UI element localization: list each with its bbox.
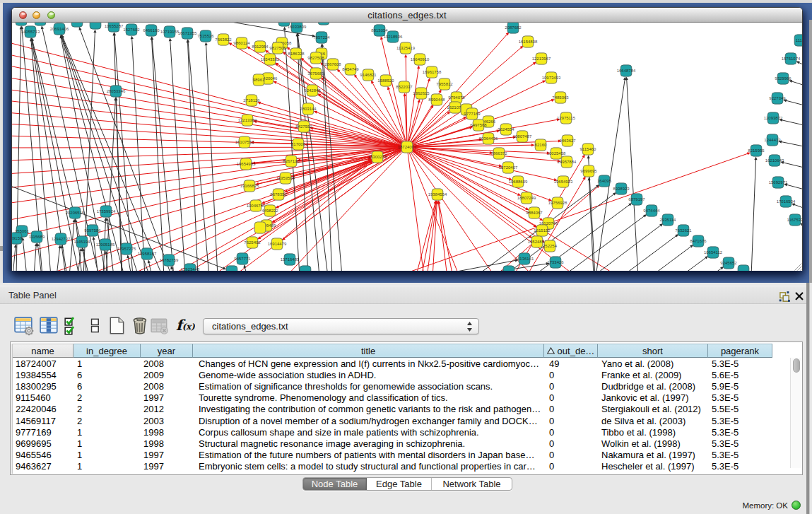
graph-edge[interactable] — [170, 266, 175, 271]
column-header-pagerank[interactable]: pagerank — [708, 344, 772, 358]
graph-node-yellow[interactable]: 252254 — [543, 240, 558, 252]
graph-node-teal[interactable] — [503, 266, 514, 271]
graph-node-yellow[interactable]: 9699695 — [580, 165, 597, 177]
citation-network-graph[interactable]: 1405571320691406106552871527602646616010… — [12, 23, 802, 271]
graph-node-yellow[interactable]: 62160 — [535, 139, 547, 151]
graph-node-teal[interactable] — [318, 23, 329, 25]
graph-node-teal[interactable]: 19218506 — [384, 31, 403, 42]
graph-node-teal[interactable]: 16033809 — [288, 23, 307, 33]
float-panel-icon[interactable] — [779, 291, 791, 303]
graph-node-yellow[interactable]: 19654923 — [554, 176, 573, 187]
graph-node-teal[interactable]: 16648784 — [617, 65, 636, 76]
table-row[interactable]: 1456911722003Disruption of a novel membe… — [11, 416, 790, 427]
graph-node-yellow[interactable]: 16640910 — [411, 54, 430, 65]
graph-node-teal[interactable]: 1527602 — [123, 24, 140, 35]
graph-edge[interactable] — [12, 147, 407, 188]
graph-node-teal[interactable]: 164095 — [597, 175, 612, 187]
new-document-icon[interactable] — [107, 316, 127, 336]
graph-node-teal[interactable]: 6466160 — [143, 25, 160, 36]
graph-edge[interactable] — [407, 147, 424, 271]
graph-node-teal[interactable]: 17016504 — [777, 196, 796, 207]
tab-network-table[interactable]: Network Table — [432, 478, 512, 490]
graph-node-yellow[interactable]: 9463627 — [559, 135, 576, 146]
graph-node-teal[interactable]: 1145194 — [74, 236, 91, 247]
graph-edge[interactable] — [257, 102, 401, 146]
graph-node-yellow[interactable]: 10807487 — [513, 131, 532, 142]
graph-node-teal[interactable]: 17359924 — [97, 206, 116, 217]
graph-node-teal[interactable]: 16782759 — [160, 255, 179, 266]
graph-node-yellow[interactable]: 317006 — [291, 139, 306, 150]
select-all-columns-icon[interactable] — [64, 316, 83, 336]
graph-edge[interactable] — [413, 147, 550, 154]
graph-node-yellow[interactable]: 7955812 — [436, 78, 453, 90]
graph-node-yellow[interactable]: 16961758 — [423, 66, 442, 78]
column-header-in_degree[interactable]: in_degree — [73, 344, 141, 358]
graph-node-teal[interactable]: 16210643 — [765, 155, 784, 166]
graph-node-teal[interactable]: 12942737 — [52, 233, 71, 245]
graph-node-teal[interactable]: 14136141 — [515, 253, 534, 264]
graph-node-teal[interactable]: 1167533 — [787, 214, 802, 226]
graph-node-teal[interactable] — [71, 23, 83, 27]
graph-edge[interactable] — [651, 245, 693, 271]
tab-edge-table[interactable]: Edge Table — [367, 478, 432, 490]
graph-edge[interactable] — [69, 218, 76, 271]
graph-node-yellow[interactable]: 8454749 — [342, 64, 359, 75]
graph-edge[interactable] — [113, 32, 133, 271]
graph-edge[interactable] — [789, 80, 802, 86]
graph-node-yellow[interactable]: 11325419 — [396, 42, 416, 54]
graph-node-yellow[interactable]: 7485063 — [552, 92, 569, 103]
graph-node-yellow[interactable]: 8267130 — [283, 156, 300, 167]
graph-node-teal[interactable] — [90, 23, 101, 29]
graph-node-yellow[interactable]: 19654985 — [237, 158, 256, 170]
graph-node-teal[interactable]: 7857224 — [313, 32, 330, 43]
table-row[interactable]: 1872400712008Changes of HCN gene express… — [11, 358, 790, 370]
graph-node-teal[interactable] — [35, 23, 46, 25]
memory-ok-indicator[interactable] — [792, 501, 801, 510]
graph-edge[interactable] — [410, 105, 433, 142]
table-row[interactable]: 977716911998Corpus callosum shape and si… — [11, 427, 790, 438]
graph-node-teal[interactable] — [16, 23, 27, 25]
function-builder-icon[interactable]: f(x) — [175, 316, 195, 336]
delete-table-disabled-icon[interactable] — [150, 316, 170, 336]
graph-node-yellow[interactable] — [254, 222, 266, 233]
graph-edge[interactable] — [751, 156, 758, 271]
graph-node-teal[interactable]: 17957275 — [117, 243, 136, 255]
graph-node-yellow[interactable]: 12975115 — [557, 112, 576, 124]
graph-edge[interactable] — [57, 245, 61, 271]
graph-node-yellow[interactable]: 20364436 — [479, 133, 498, 144]
graph-node-teal[interactable]: 10719155 — [160, 26, 180, 37]
graph-node-yellow[interactable]: 3675685 — [307, 68, 324, 79]
table-settings-icon[interactable] — [14, 316, 34, 336]
graph-edge[interactable] — [710, 267, 724, 271]
graph-edge[interactable] — [131, 35, 145, 271]
graph-edge[interactable] — [12, 147, 407, 239]
delete-trash-icon[interactable] — [131, 316, 151, 336]
graph-node-teal[interactable]: 16671355 — [178, 28, 197, 39]
graph-node-yellow[interactable]: 8522037 — [396, 81, 413, 93]
show-rows-icon[interactable] — [86, 316, 106, 336]
graph-edge[interactable] — [792, 204, 802, 209]
column-header-title[interactable]: title — [193, 344, 544, 358]
graph-node-teal[interactable]: 14055713 — [21, 26, 40, 37]
table-row[interactable]: 946362711997Embryonic stem cells: a mode… — [11, 461, 790, 472]
table-row[interactable]: 946554611997Estimation of the future num… — [11, 450, 790, 461]
canvas-resize-grip[interactable] — [795, 264, 802, 271]
graph-edge[interactable] — [12, 147, 407, 148]
graph-node-yellow[interactable]: 98961 — [253, 74, 265, 86]
table-row[interactable]: 1938455462009Genome‑wide association stu… — [11, 370, 790, 381]
graph-node-teal[interactable]: 9457771 — [234, 253, 251, 264]
tab-node-table[interactable]: Node Table — [303, 478, 367, 490]
graph-node-teal[interactable]: 1112 — [794, 35, 802, 46]
graph-edge[interactable] — [21, 237, 27, 271]
graph-node-teal[interactable]: 39159 — [12, 233, 23, 244]
graph-node-yellow[interactable]: 10973493 — [542, 72, 561, 83]
graph-node-teal[interactable]: 1733426 — [547, 257, 564, 268]
graph-edge[interactable] — [61, 35, 150, 271]
graph-node-yellow[interactable]: 9115460 — [580, 144, 597, 155]
graph-node-yellow[interactable]: 3624554 — [498, 124, 514, 135]
graph-edge[interactable] — [593, 223, 663, 271]
graph-node-teal[interactable]: 10655287 — [105, 23, 124, 32]
graph-node-yellow[interactable]: 19166825 — [240, 180, 259, 192]
graph-edge[interactable] — [427, 200, 437, 271]
graph-node-yellow[interactable]: 8990448 — [428, 94, 445, 105]
